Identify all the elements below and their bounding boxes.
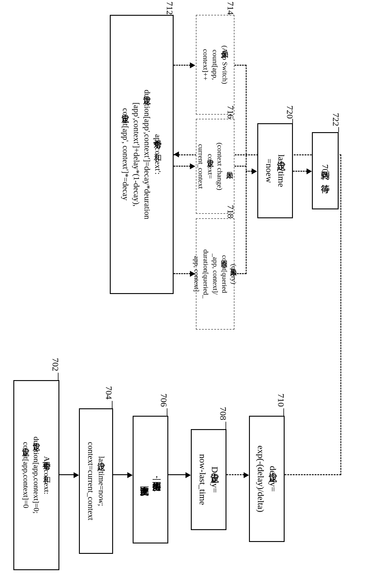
box-702: 对于每个App和context: 设定duration[app,context]… (13, 380, 59, 570)
label-720: 720 (285, 105, 295, 119)
box-712-text: 对于每个app'和context': 设定duration[app',conte… (119, 84, 165, 225)
merge-718 (234, 273, 246, 274)
label-714: 714 (226, 1, 236, 15)
box-704-text: 设定last_time=now; context=current_context (84, 436, 108, 526)
box-706: 等待下一应用切换， 上下文改变或查询 (133, 416, 168, 543)
merge-to-720 (246, 171, 252, 172)
label-710: 710 (276, 393, 286, 407)
box-712: 对于每个app'和context': 设定duration[app',conte… (110, 15, 174, 294)
leader-706 (167, 408, 167, 416)
arrow-706-708-line (168, 474, 186, 475)
conn-712-714 (174, 65, 191, 66)
leader-708 (226, 422, 226, 429)
merge-716 (234, 166, 246, 167)
conn-712-716 (174, 166, 191, 167)
conn-712-714-head (190, 62, 195, 68)
flowchart-canvas: { "labels": { "b702": "702", "b704": "70… (0, 0, 368, 588)
box-720: 设定last_time =noew (257, 123, 293, 218)
leader-710 (283, 408, 284, 416)
merge-to-720-head (252, 168, 257, 174)
arrow-710-712-seg1 (285, 474, 341, 475)
arrow-720-722-head (307, 168, 312, 174)
box-722: 转到706等待 (312, 132, 339, 209)
box-714: 如果(App Switch) count[app, context]++ (196, 15, 234, 115)
box-708: 设定Delay= now-last_time (191, 429, 226, 530)
merge-rail (246, 65, 247, 274)
leader-704 (112, 401, 112, 408)
leader-702 (58, 373, 58, 380)
box-710-text: 设定decay= exp(-(delay)/delta) (253, 440, 280, 518)
conn-712-718-head (190, 271, 195, 277)
box-708-text: 设定Delay= now-last_time (195, 448, 222, 511)
label-702: 702 (50, 358, 61, 371)
arrow-704-706-line (113, 474, 128, 475)
box-710: 设定decay= exp(-(delay)/delta) (249, 416, 285, 542)
label-716: 716 (226, 105, 236, 119)
arrow-702-704-line (59, 474, 74, 475)
merge-714 (234, 65, 246, 66)
box-722-text: 转到706等待 (318, 158, 333, 184)
arrow-706-708-head (185, 472, 191, 478)
conn-712-716-head (190, 163, 195, 169)
arrow-710-712-seg2 (340, 154, 341, 475)
box-716-text: 如果 (context change) 设定context= current_c… (194, 137, 236, 196)
arrow-708-710-line (226, 474, 244, 475)
label-706: 706 (159, 393, 169, 407)
leader-722 (338, 127, 339, 132)
box-716: 如果 (context change) 设定context= current_c… (196, 119, 234, 214)
label-712: 712 (165, 1, 175, 15)
label-704: 704 (104, 386, 114, 399)
box-714-text: 如果(App Switch) count[app, context]++ (199, 39, 231, 90)
box-718-text: 如果(query) 返回count[queried _app, context]… (191, 244, 239, 304)
label-708: 708 (218, 407, 228, 420)
leader-720 (292, 119, 293, 123)
arrow-704-706-head (127, 472, 133, 478)
box-720-text: 设定last_time =noew (262, 148, 289, 193)
box-706-text: 等待下一应用切换， 上下文改变或查询 (137, 469, 164, 490)
arrow-708-710-head (244, 472, 249, 478)
box-718: 如果(query) 返回count[queried _app, context]… (196, 218, 234, 330)
box-704: 设定last_time=now; context=current_context (79, 408, 113, 554)
conn-712-718 (174, 273, 191, 274)
label-722: 722 (331, 113, 341, 126)
arrow-710-712-head (174, 151, 179, 157)
arrow-720-722-line (293, 171, 307, 172)
box-702-text: 对于每个App和context: 设定duration[app,context]… (19, 431, 53, 519)
label-718: 718 (226, 205, 236, 218)
arrow-702-704-head (74, 472, 79, 478)
